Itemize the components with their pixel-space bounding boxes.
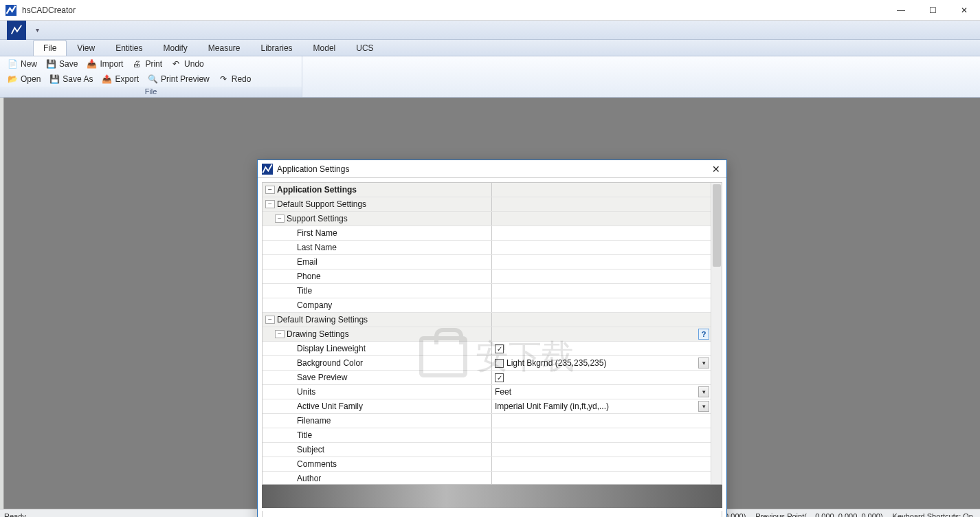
property-label: Phone [297, 272, 321, 281]
export-icon: 📤 [101, 74, 112, 85]
app-logo-icon[interactable] [7, 21, 26, 40]
property-value[interactable] [492, 414, 711, 428]
menu-tab-entities[interactable]: Entities [105, 40, 153, 56]
drawing-workspace[interactable]: 安下载 Application Settings ✕ −Application … [0, 98, 980, 509]
undo-icon: ↶ [170, 58, 181, 69]
property-value[interactable] [492, 255, 711, 269]
window-maximize-button[interactable]: ☐ [917, 0, 948, 21]
property-row-default-support-settings[interactable]: −Default Support Settings [263, 197, 711, 212]
property-value[interactable] [492, 270, 711, 283]
property-value[interactable] [492, 197, 711, 211]
dialog-titlebar[interactable]: Application Settings ✕ [258, 160, 726, 178]
expand-toggle-icon[interactable]: − [275, 330, 285, 338]
import-button[interactable]: 📥Import [82, 57, 127, 71]
property-value[interactable] [492, 443, 711, 456]
dropdown-arrow-icon[interactable]: ▾ [698, 386, 709, 397]
new-button[interactable]: 📄New [3, 57, 41, 71]
property-row-filename[interactable]: Filename [263, 414, 711, 428]
checkbox[interactable]: ✓ [495, 373, 504, 382]
dropdown-arrow-icon[interactable]: ▾ [698, 358, 709, 368]
print-button[interactable]: 🖨Print [127, 57, 166, 71]
menu-tab-view[interactable]: View [67, 40, 105, 56]
property-row-default-drawing-settings[interactable]: −Default Drawing Settings [263, 313, 711, 327]
description-body [262, 511, 722, 517]
expand-toggle-icon[interactable]: − [265, 186, 275, 194]
property-value[interactable] [492, 284, 711, 298]
property-value[interactable]: Feet▾ [492, 385, 711, 399]
property-value[interactable] [492, 457, 711, 471]
menu-tab-modify[interactable]: Modify [153, 40, 198, 56]
property-value[interactable]: Light Bkgrnd (235,235,235)▾ [492, 356, 711, 370]
property-row-display-lineweight[interactable]: Display Lineweight✓ [263, 342, 711, 356]
export-button[interactable]: 📤Export [97, 72, 143, 86]
ribbon-button-label: Import [100, 59, 123, 69]
property-label: Application Settings [277, 185, 357, 195]
expand-toggle-icon[interactable]: − [265, 316, 275, 324]
property-row-title[interactable]: Title [263, 284, 711, 298]
expand-toggle-icon[interactable]: − [265, 200, 275, 208]
open-button[interactable]: 📂Open [3, 72, 45, 86]
property-row-active-unit-family[interactable]: Active Unit FamilyImperial Unit Family (… [263, 399, 711, 414]
property-row-email[interactable]: Email [263, 255, 711, 270]
property-value[interactable]: ✓ [492, 342, 711, 355]
save-as-button[interactable]: 💾Save As [45, 72, 97, 86]
property-value[interactable] [492, 183, 711, 197]
ribbon-button-label: Open [21, 74, 41, 84]
property-value[interactable] [492, 298, 711, 312]
window-minimize-button[interactable]: — [885, 0, 917, 21]
checkbox[interactable]: ✓ [495, 344, 504, 353]
property-row-save-preview[interactable]: Save Preview✓ [263, 371, 711, 385]
save-icon: 💾 [45, 58, 56, 69]
property-value[interactable] [492, 226, 711, 240]
vertical-scrollbar[interactable] [711, 183, 722, 484]
status-previous-point: Previous Point( 0.000, 0.000, 0.000) [755, 512, 882, 518]
status-keyboard-shortcuts[interactable]: Keyboard Shortcuts: On [893, 512, 973, 518]
dialog-close-button[interactable]: ✕ [706, 164, 726, 175]
property-value[interactable]: Imperial Unit Family (in,ft,yd,...)▾ [492, 399, 711, 413]
menu-tab-measure[interactable]: Measure [198, 40, 251, 56]
window-close-button[interactable]: ✕ [948, 0, 980, 21]
property-row-author[interactable]: Author [263, 472, 711, 484]
property-row-company[interactable]: Company [263, 298, 711, 313]
property-label: Last Name [297, 243, 337, 252]
redo-button[interactable]: ↷Redo [214, 72, 256, 86]
property-row-comments[interactable]: Comments [263, 457, 711, 472]
menu-tab-libraries[interactable]: Libraries [251, 40, 303, 56]
property-label: Title [297, 286, 312, 296]
property-row-units[interactable]: UnitsFeet▾ [263, 385, 711, 399]
dropdown-arrow-icon[interactable]: ▾ [698, 401, 709, 412]
property-value[interactable] [492, 241, 711, 254]
save-button[interactable]: 💾Save [41, 57, 82, 71]
property-row-application-settings[interactable]: −Application Settings [263, 183, 711, 197]
property-value[interactable] [492, 212, 711, 226]
property-label: Units [297, 387, 315, 397]
property-row-first-name[interactable]: First Name [263, 226, 711, 241]
property-row-phone[interactable]: Phone [263, 270, 711, 284]
property-value[interactable] [492, 313, 711, 327]
property-row-drawing-settings[interactable]: −Drawing Settings? [263, 327, 711, 342]
menu-tab-file[interactable]: File [33, 40, 67, 56]
status-ready: Ready [0, 512, 26, 518]
scrollbar-thumb[interactable] [713, 184, 721, 267]
property-label: Support Settings [287, 214, 348, 223]
property-row-support-settings[interactable]: −Support Settings [263, 212, 711, 226]
qat-dropdown-icon[interactable]: ▾ [36, 26, 39, 34]
print-preview-icon: 🔍 [147, 74, 158, 85]
menu-tab-ucs[interactable]: UCS [346, 40, 383, 56]
property-value[interactable] [492, 428, 711, 442]
property-row-subject[interactable]: Subject [263, 443, 711, 457]
color-swatch-icon[interactable] [495, 359, 504, 368]
property-value[interactable]: ✓ [492, 371, 711, 384]
undo-button[interactable]: ↶Undo [166, 57, 208, 71]
property-value[interactable] [492, 472, 711, 484]
help-icon[interactable]: ? [698, 329, 709, 340]
property-row-last-name[interactable]: Last Name [263, 241, 711, 255]
open-icon: 📂 [7, 74, 18, 85]
dialog-title: Application Settings [277, 164, 349, 174]
property-row-title[interactable]: Title [263, 428, 711, 443]
menu-tab-model[interactable]: Model [303, 40, 346, 56]
property-row-background-color[interactable]: Background ColorLight Bkgrnd (235,235,23… [263, 356, 711, 371]
print-preview-button[interactable]: 🔍Print Preview [143, 72, 214, 86]
expand-toggle-icon[interactable]: − [275, 214, 285, 223]
property-value[interactable]: ? [492, 327, 711, 341]
